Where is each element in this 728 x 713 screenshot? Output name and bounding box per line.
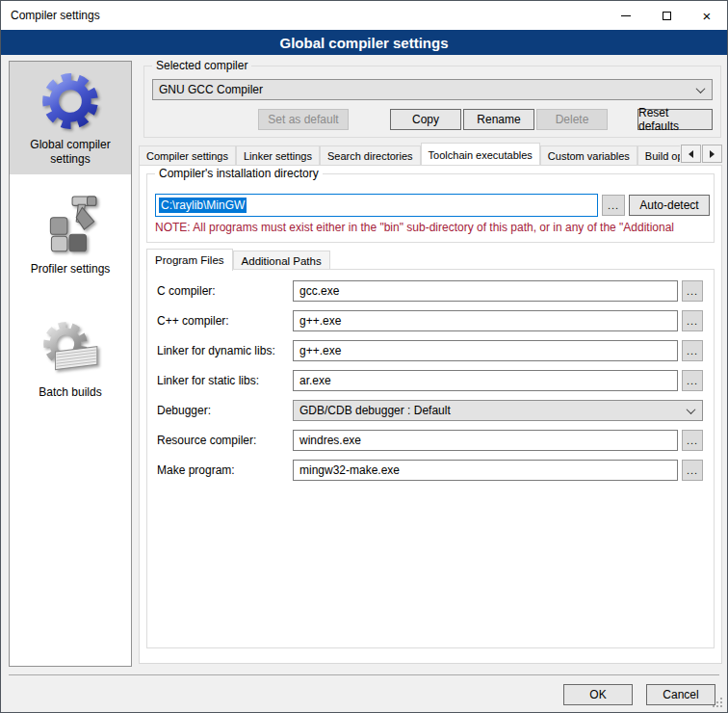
- rename-button[interactable]: Rename: [463, 109, 534, 130]
- tab-custom-variables[interactable]: Custom variables: [540, 145, 637, 165]
- resource-compiler-label: Resource compiler:: [157, 434, 293, 447]
- tab-scroll-right-button[interactable]: [702, 145, 722, 163]
- settings-tabstrip: Compiler settings Linker settings Search…: [139, 142, 722, 165]
- cpp-compiler-row: C++ compiler: g++.exe ...: [157, 310, 703, 331]
- set-as-default-button: Set as default: [258, 109, 349, 130]
- resource-compiler-input[interactable]: windres.exe: [293, 430, 678, 451]
- cpp-compiler-label: C++ compiler:: [157, 314, 293, 328]
- linker-dynamic-row: Linker for dynamic libs: g++.exe ...: [157, 340, 703, 361]
- auto-detect-button[interactable]: Auto-detect: [629, 195, 710, 216]
- linker-static-label: Linker for static libs:: [157, 374, 293, 387]
- tab-toolchain-executables[interactable]: Toolchain executables: [421, 143, 540, 165]
- sidebar-item-label: Global compiler settings: [13, 138, 127, 167]
- window-controls: ×: [606, 1, 727, 30]
- selected-compiler-group: Selected compiler GNU GCC Compiler Set a…: [143, 66, 721, 138]
- linker-static-input[interactable]: ar.exe: [293, 370, 678, 391]
- resource-compiler-browse-button[interactable]: ...: [682, 430, 703, 451]
- sidebar-item-label: Profiler settings: [31, 262, 111, 277]
- reset-defaults-button[interactable]: Reset defaults: [637, 109, 713, 130]
- footer-divider: [9, 674, 719, 675]
- compiler-select[interactable]: GNU GCC Compiler: [152, 79, 713, 100]
- make-program-label: Make program:: [157, 463, 293, 477]
- delete-button: Delete: [536, 109, 608, 130]
- selected-compiler-group-label: Selected compiler: [152, 59, 251, 72]
- compiler-buttons-row: Set as default Copy Rename Delete Reset …: [258, 109, 713, 130]
- arrow-right-icon: [710, 150, 715, 158]
- settings-category-list: Global compiler settings Profiler settin…: [9, 61, 132, 667]
- resize-grip[interactable]: [720, 705, 722, 707]
- debugger-label: Debugger:: [157, 404, 293, 417]
- copy-button[interactable]: Copy: [390, 109, 461, 130]
- tab-search-directories[interactable]: Search directories: [320, 145, 421, 165]
- batch-builds-icon: [39, 317, 102, 381]
- tab-linker-settings[interactable]: Linker settings: [236, 145, 320, 165]
- installation-directory-group-label: Compiler's installation directory: [155, 167, 323, 180]
- chevron-down-icon: [687, 405, 696, 414]
- installation-directory-value: C:\raylib\MinGW: [159, 198, 247, 213]
- resource-compiler-row: Resource compiler: windres.exe ...: [157, 430, 703, 451]
- linker-static-browse-button[interactable]: ...: [682, 370, 703, 391]
- sidebar-item-profiler-settings[interactable]: Profiler settings: [10, 186, 131, 284]
- toolchain-executables-page: Compiler's installation directory C:\ray…: [139, 165, 722, 664]
- c-compiler-row: C compiler: gcc.exe ...: [157, 280, 703, 302]
- c-compiler-browse-button[interactable]: ...: [682, 280, 703, 302]
- gear-blue-icon: [39, 69, 102, 133]
- compiler-settings-dialog: Compiler settings × Global compiler sett…: [0, 0, 728, 713]
- sidebar-item-batch-builds[interactable]: Batch builds: [10, 309, 131, 408]
- dialog-header-title: Global compiler settings: [279, 35, 448, 51]
- note-text: NOTE: All programs must exist either in …: [155, 221, 713, 234]
- linker-dynamic-input[interactable]: g++.exe: [293, 340, 678, 361]
- program-files-panel: C compiler: gcc.exe ... C++ compiler: g+…: [146, 269, 715, 648]
- linker-static-row: Linker for static libs: ar.exe ...: [157, 370, 703, 391]
- cancel-button[interactable]: Cancel: [646, 684, 715, 705]
- tab-build-options[interactable]: Build options: [637, 145, 680, 165]
- program-files-tabstrip: Program Files Additional Paths: [146, 248, 330, 270]
- cpp-compiler-input[interactable]: g++.exe: [293, 310, 678, 331]
- window-title: Compiler settings: [11, 9, 100, 22]
- make-program-input[interactable]: mingw32-make.exe: [293, 460, 678, 481]
- debugger-select[interactable]: GDB/CDB debugger : Default: [293, 400, 703, 421]
- profiler-icon: [39, 194, 102, 257]
- sidebar-item-label: Batch builds: [39, 385, 101, 400]
- titlebar: Compiler settings ×: [1, 1, 727, 30]
- make-program-browse-button[interactable]: ...: [682, 460, 703, 481]
- close-button[interactable]: ×: [687, 1, 727, 30]
- close-icon: ×: [703, 9, 712, 23]
- debugger-row: Debugger: GDB/CDB debugger : Default: [157, 400, 703, 421]
- cpp-compiler-browse-button[interactable]: ...: [682, 310, 703, 331]
- tab-program-files[interactable]: Program Files: [146, 249, 233, 271]
- installation-directory-group: Compiler's installation directory C:\ray…: [146, 173, 715, 243]
- tab-compiler-settings[interactable]: Compiler settings: [139, 145, 236, 165]
- dialog-header: Global compiler settings: [1, 30, 727, 55]
- minimize-icon: [621, 15, 631, 16]
- debugger-select-value: GDB/CDB debugger : Default: [299, 404, 688, 417]
- chevron-down-icon: [696, 84, 706, 93]
- make-program-row: Make program: mingw32-make.exe ...: [157, 460, 703, 481]
- tab-scroll-left-button[interactable]: [681, 145, 701, 163]
- installation-directory-browse-button[interactable]: ...: [602, 195, 625, 216]
- linker-dynamic-label: Linker for dynamic libs:: [157, 344, 293, 357]
- ok-button[interactable]: OK: [563, 684, 633, 705]
- maximize-button[interactable]: [646, 1, 687, 30]
- arrow-left-icon: [689, 150, 693, 158]
- c-compiler-input[interactable]: gcc.exe: [293, 280, 678, 302]
- compiler-select-value: GNU GCC Compiler: [159, 83, 697, 96]
- tabs-clip: Compiler settings Linker settings Search…: [139, 142, 680, 165]
- installation-directory-input[interactable]: C:\raylib\MinGW: [155, 194, 598, 217]
- maximize-icon: [663, 12, 671, 20]
- linker-dynamic-browse-button[interactable]: ...: [682, 340, 703, 361]
- c-compiler-label: C compiler:: [157, 284, 293, 298]
- sidebar-item-global-compiler-settings[interactable]: Global compiler settings: [10, 62, 131, 174]
- minimize-button[interactable]: [606, 1, 646, 30]
- tab-additional-paths[interactable]: Additional Paths: [233, 251, 330, 270]
